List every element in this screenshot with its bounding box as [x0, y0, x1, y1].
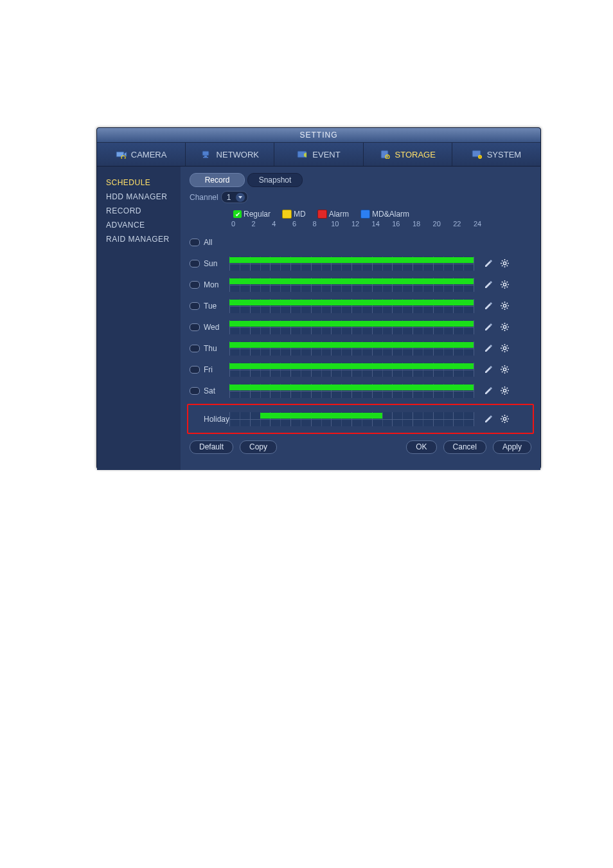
edit-icon[interactable] — [484, 322, 493, 332]
legend-md-label: MD — [294, 210, 306, 219]
nav-storage[interactable]: STORAGE — [364, 143, 452, 166]
svg-point-29 — [503, 304, 506, 307]
row-label-sun: Sun — [204, 259, 229, 268]
gear-icon[interactable] — [500, 322, 510, 332]
schedule-row-holiday: Holiday — [190, 411, 531, 427]
timeline-tue[interactable] — [229, 299, 474, 313]
timeline-thu[interactable] — [229, 341, 474, 356]
tab-record[interactable]: Record — [190, 173, 245, 187]
edit-icon[interactable] — [484, 386, 493, 395]
default-button[interactable]: Default — [190, 440, 233, 454]
svg-point-20 — [503, 283, 506, 285]
gear-icon[interactable] — [500, 301, 510, 311]
checkbox-regular[interactable]: ✔ — [233, 210, 242, 218]
svg-line-61 — [502, 366, 502, 367]
nav-network[interactable]: NETWORK — [186, 143, 274, 166]
row-label-tue: Tue — [204, 302, 229, 311]
svg-line-63 — [507, 366, 508, 367]
event-icon — [297, 150, 308, 159]
hour-tick-2: 2 — [252, 220, 256, 228]
timeline-fri[interactable] — [229, 363, 474, 377]
legend-md-alarm[interactable]: MD&Alarm — [360, 210, 409, 219]
svg-line-62 — [507, 372, 508, 372]
copy-button[interactable]: Copy — [240, 440, 277, 454]
sidebar-raid-manager[interactable]: RAID MANAGER — [106, 232, 181, 246]
edit-icon[interactable] — [484, 301, 493, 311]
sidebar-schedule[interactable]: SCHEDULE — [106, 176, 181, 190]
gear-icon[interactable] — [500, 414, 510, 424]
legend-md[interactable]: MD — [282, 210, 306, 219]
checkbox-md[interactable] — [282, 210, 292, 219]
row-label-thu: Thu — [204, 344, 229, 353]
nav-camera-label: CAMERA — [131, 150, 167, 159]
svg-line-36 — [507, 303, 508, 303]
hour-tick-22: 22 — [453, 220, 461, 228]
svg-line-73 — [502, 393, 502, 393]
gear-icon[interactable] — [500, 386, 510, 395]
hour-tick-0: 0 — [231, 220, 235, 228]
hour-tick-6: 6 — [292, 220, 296, 228]
svg-line-72 — [507, 388, 508, 388]
timeline-wed[interactable] — [229, 320, 474, 334]
svg-line-43 — [502, 324, 502, 325]
apply-button[interactable]: Apply — [493, 440, 531, 454]
row-checkbox-thu[interactable] — [190, 345, 200, 352]
row-checkbox-all[interactable] — [190, 239, 200, 246]
row-checkbox-tue[interactable] — [190, 302, 200, 310]
edit-icon[interactable] — [484, 258, 493, 268]
schedule-row-mon: Mon — [190, 276, 531, 293]
schedule-row-thu: Thu — [190, 340, 531, 356]
system-icon — [472, 150, 483, 159]
channel-value: 1 — [227, 193, 231, 202]
regular-bar — [260, 413, 382, 419]
row-checkbox-wed[interactable] — [190, 323, 200, 331]
regular-bar — [229, 321, 474, 327]
gear-icon[interactable] — [500, 280, 510, 289]
sidebar-record[interactable]: RECORD — [106, 204, 181, 218]
row-checkbox-fri[interactable] — [190, 366, 200, 374]
checkbox-md-alarm[interactable] — [360, 210, 370, 219]
nav-camera[interactable]: CAMERA — [97, 143, 186, 166]
checkbox-alarm[interactable] — [317, 210, 327, 219]
edit-icon[interactable] — [484, 414, 493, 424]
timeline-sun[interactable] — [229, 257, 474, 271]
hour-tick-4: 4 — [272, 220, 276, 228]
edit-icon[interactable] — [484, 343, 493, 353]
main-panel: Record Snapshot Channel 1 ✔ Regular — [181, 167, 540, 470]
svg-point-38 — [503, 325, 506, 328]
row-checkbox-sat[interactable] — [190, 387, 200, 395]
hour-tick-24: 24 — [474, 220, 481, 228]
channel-dropdown[interactable]: 1 — [221, 191, 249, 203]
ok-button[interactable]: OK — [406, 440, 436, 454]
row-checkbox-mon[interactable] — [190, 281, 200, 289]
schedule-row-fri: Fri — [190, 361, 531, 377]
timeline-holiday[interactable] — [229, 412, 474, 426]
gear-icon[interactable] — [500, 365, 510, 374]
svg-line-55 — [502, 350, 502, 351]
legend-regular[interactable]: ✔ Regular — [233, 210, 271, 219]
regular-bar — [229, 257, 474, 263]
storage-icon — [380, 150, 391, 159]
svg-line-71 — [507, 393, 508, 393]
svg-line-45 — [507, 324, 508, 325]
edit-icon[interactable] — [484, 280, 493, 289]
row-label-sat: Sat — [204, 386, 229, 395]
nav-event[interactable]: EVENT — [274, 143, 363, 166]
hour-tick-12: 12 — [351, 220, 359, 228]
window-title: SETTING — [97, 128, 540, 143]
timeline-mon[interactable] — [229, 278, 474, 292]
row-checkbox-sun[interactable] — [190, 260, 200, 267]
gear-icon[interactable] — [500, 343, 510, 353]
gear-icon[interactable] — [500, 258, 510, 268]
svg-line-44 — [507, 329, 508, 330]
sidebar-hdd-manager[interactable]: HDD MANAGER — [106, 190, 181, 204]
timeline-sat[interactable] — [229, 384, 474, 398]
nav-system[interactable]: SYSTEM — [452, 143, 540, 166]
legend-alarm[interactable]: Alarm — [317, 210, 349, 219]
sidebar-advance[interactable]: ADVANCE — [106, 218, 181, 232]
tab-snapshot[interactable]: Snapshot — [247, 173, 303, 187]
svg-line-37 — [502, 308, 502, 309]
cancel-button[interactable]: Cancel — [443, 440, 486, 454]
svg-line-64 — [502, 372, 502, 372]
edit-icon[interactable] — [484, 365, 493, 374]
